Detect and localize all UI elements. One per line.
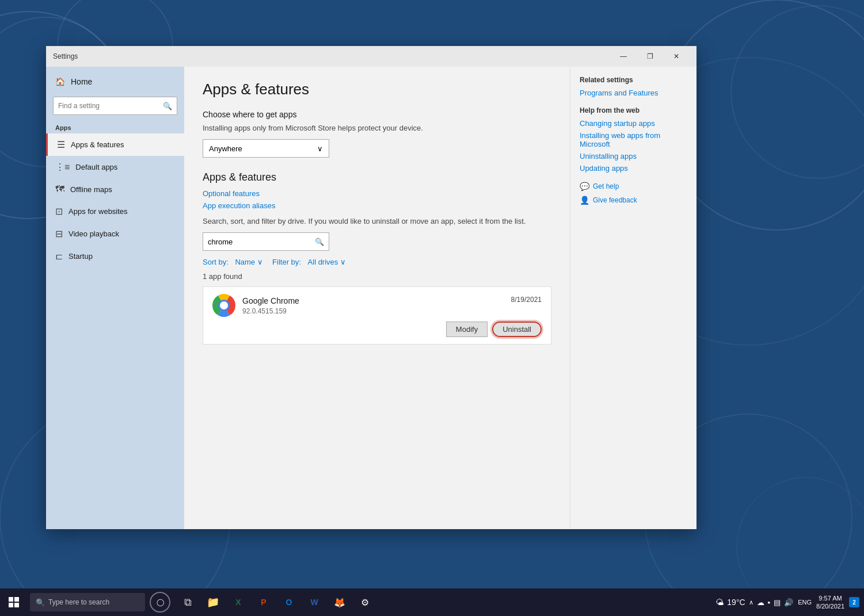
chrome-app-icon [212, 294, 235, 317]
svg-point-12 [220, 301, 228, 309]
sidebar-item-apps-features[interactable]: ☰ Apps & features [46, 133, 184, 156]
sys-tray-icons: 🌤 19°C ∧ ☁ ▪ ▤ 🔊 [715, 598, 793, 607]
main-content: Apps & features Choose where to get apps… [184, 67, 570, 529]
sidebar-item-apps-websites-label: Apps for websites [68, 207, 128, 216]
sidebar-item-apps-websites[interactable]: ⊡ Apps for websites [46, 200, 184, 223]
give-feedback-label: Give feedback [593, 196, 637, 204]
volume-icon[interactable]: 🔊 [784, 598, 793, 607]
tray-chevron-icon[interactable]: ∧ [749, 599, 753, 606]
filter-by-value: All drives [308, 258, 338, 266]
cortana-icon: ◯ [157, 598, 164, 606]
language-indicator: ENG [798, 599, 812, 606]
cloud-icon: ☁ [757, 598, 764, 607]
app-name: Google Chrome [242, 296, 299, 305]
give-feedback-item[interactable]: 👤 Give feedback [580, 196, 687, 205]
sidebar-item-startup-label: Startup [68, 252, 93, 261]
optional-features-link[interactable]: Optional features [203, 189, 551, 198]
choose-where-desc: Installing apps only from Microsoft Stor… [203, 124, 551, 132]
monitor-icon: ▪ [768, 598, 771, 607]
sidebar-home[interactable]: 🏠 Home [46, 71, 184, 92]
sidebar-item-video-playback[interactable]: ⊟ Video playback [46, 223, 184, 245]
task-view-button[interactable]: ⧉ [176, 591, 199, 614]
sidebar-item-startup[interactable]: ⊏ Startup [46, 245, 184, 267]
uninstall-button[interactable]: Uninstall [492, 322, 542, 337]
sidebar-search-container[interactable]: 🔍 [53, 97, 177, 115]
settings-window: Settings — ❐ ✕ 🏠 Home 🔍 Apps ☰ Apps & fe… [46, 46, 696, 529]
apps-websites-icon: ⊡ [55, 206, 63, 217]
app-version: 92.0.4515.159 [242, 307, 542, 315]
sort-by-value: Name [235, 258, 255, 266]
sort-by-control[interactable]: Sort by: Name ∨ [203, 258, 263, 266]
weather-icon: 🌤 [715, 598, 724, 607]
app-search-icon: 🔍 [315, 238, 324, 246]
word-button[interactable]: W [303, 591, 326, 614]
sort-chevron-icon: ∨ [257, 258, 263, 266]
taskbar: 🔍 ◯ ⧉ 📁 X P O W 🦊 ⚙ 🌤 19°C ∧ ☁ ▪ ▤ 🔊 ENG… [0, 588, 864, 616]
apps-source-dropdown[interactable]: Anywhere ∨ [203, 139, 329, 158]
startup-icon: ⊏ [55, 251, 63, 262]
taskbar-system-tray: 🌤 19°C ∧ ☁ ▪ ▤ 🔊 ENG 9:57 AM 8/20/2021 2 [715, 594, 864, 611]
settings-taskbar-button[interactable]: ⚙ [353, 591, 376, 614]
maximize-button[interactable]: ❐ [637, 46, 663, 67]
app-search-input[interactable] [208, 238, 311, 246]
app-card-buttons: Modify Uninstall [212, 322, 542, 337]
related-settings-title: Related settings [580, 76, 687, 84]
apps-source-value: Anywhere [209, 144, 242, 153]
taskbar-search-input[interactable] [48, 598, 135, 606]
sidebar-search-input[interactable] [58, 102, 159, 110]
sidebar-search-icon: 🔍 [163, 102, 172, 110]
temperature-text: 19°C [727, 598, 745, 607]
filter-by-label: Filter by: [272, 258, 301, 266]
help-link-4[interactable]: Updating apps [580, 164, 687, 173]
sidebar-item-default-apps-label: Default apps [75, 163, 117, 171]
app-search-bar[interactable]: 🔍 [203, 232, 329, 251]
cortana-button[interactable]: ◯ [150, 592, 170, 613]
app-name-date-row: Google Chrome 8/19/2021 [242, 296, 542, 306]
app-execution-aliases-link[interactable]: App execution aliases [203, 201, 551, 210]
get-help-item[interactable]: 💬 Get help [580, 182, 687, 191]
programs-features-link[interactable]: Programs and Features [580, 89, 687, 97]
excel-button[interactable]: X [227, 591, 250, 614]
dropdown-chevron-icon: ∨ [317, 144, 323, 153]
taskbar-pinned-apps: ⧉ 📁 X P O W 🦊 ⚙ [176, 591, 376, 614]
outlook-button[interactable]: O [277, 591, 300, 614]
start-button[interactable] [0, 588, 28, 616]
window-title: Settings [53, 52, 610, 60]
help-link-3[interactable]: Uninstalling apps [580, 152, 687, 160]
app-card: Google Chrome 8/19/2021 92.0.4515.159 Mo… [203, 286, 551, 345]
file-explorer-button[interactable]: 📁 [201, 591, 224, 614]
related-settings-panel: Related settings Programs and Features H… [570, 67, 696, 529]
filter-by-control[interactable]: Filter by: All drives ∨ [272, 258, 346, 266]
app-date: 8/19/2021 [511, 296, 542, 304]
window-body: 🏠 Home 🔍 Apps ☰ Apps & features ⋮≡ Defau… [46, 67, 696, 529]
powerpoint-button[interactable]: P [252, 591, 275, 614]
help-web-title: Help from the web [580, 106, 687, 114]
windows-logo [9, 597, 19, 607]
offline-maps-icon: 🗺 [55, 184, 64, 194]
help-link-1[interactable]: Changing startup apps [580, 119, 687, 128]
sidebar-item-default-apps[interactable]: ⋮≡ Default apps [46, 156, 184, 178]
apps-features-icon: ☰ [57, 139, 65, 150]
sidebar: 🏠 Home 🔍 Apps ☰ Apps & features ⋮≡ Defau… [46, 67, 184, 529]
home-icon: 🏠 [55, 77, 65, 86]
taskbar-clock[interactable]: 9:57 AM 8/20/2021 [816, 594, 844, 611]
sidebar-item-offline-maps[interactable]: 🗺 Offline maps [46, 178, 184, 200]
help-link-2[interactable]: Installing web apps from Microsoft [580, 131, 687, 148]
give-feedback-icon: 👤 [580, 196, 589, 205]
modify-button[interactable]: Modify [446, 322, 488, 337]
get-help-icon: 💬 [580, 182, 589, 191]
firefox-button[interactable]: 🦊 [328, 591, 351, 614]
taskbar-search[interactable]: 🔍 [30, 593, 145, 611]
search-desc: Search, sort, and filter by drive. If yo… [203, 217, 551, 225]
minimize-button[interactable]: — [610, 46, 637, 67]
page-title: Apps & features [203, 81, 551, 98]
close-button[interactable]: ✕ [663, 46, 690, 67]
notification-badge[interactable]: 2 [849, 597, 859, 607]
taskbar-search-icon: 🔍 [36, 598, 45, 607]
date-display: 8/20/2021 [816, 602, 844, 610]
choose-where-title: Choose where to get apps [203, 110, 551, 119]
sidebar-item-video-playback-label: Video playback [68, 229, 119, 238]
app-card-top: Google Chrome 8/19/2021 92.0.4515.159 [212, 294, 542, 317]
sidebar-section-apps: Apps [46, 120, 184, 133]
window-titlebar: Settings — ❐ ✕ [46, 46, 696, 67]
